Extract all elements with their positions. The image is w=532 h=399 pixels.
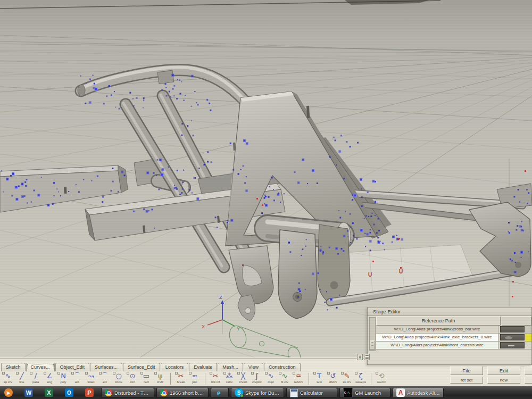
tool-text-button[interactable]: Ttext xyxy=(312,371,326,384)
tool-arc-button[interactable]: ⌒arc xyxy=(98,371,112,384)
tool-para-button[interactable]: ∕para xyxy=(29,371,43,384)
tool-sp-crv-button[interactable]: ∿sp crv xyxy=(1,371,15,384)
del-menu-button[interactable]: Del xyxy=(525,366,532,375)
alias-icon: A xyxy=(396,388,405,397)
circle-icon: ○ xyxy=(112,372,126,380)
reference-path-cell[interactable]: W:\D_Long\Alias projects\4link\4link_axl… xyxy=(376,334,498,341)
viewport-3d[interactable]: Z X Y U U xyxy=(0,0,532,358)
task-skype[interactable]: SSkype for Business xyxy=(231,388,284,398)
stage-row-list: W:\D_Long\Alias projects\4link\cross_bar… xyxy=(376,326,531,350)
del-st-button[interactable]: del st xyxy=(525,377,532,384)
tool-rebcrv-button[interactable]: ♒rebcrv xyxy=(292,371,305,384)
reference-path-cell[interactable]: W:\D_Long\Alias projects\4link\front_cha… xyxy=(376,342,498,349)
tool-lntan-button[interactable]: ↝lntan xyxy=(84,371,98,384)
task-internet-explorer[interactable]: e xyxy=(211,388,229,398)
panel-resize-icon[interactable]: ⇕ xyxy=(357,354,363,360)
shelf-tool-row: ∿sp crv╱line∕para∠angΝpoly⌒arc↝lntan⌒arc… xyxy=(1,371,388,385)
ret-set-button[interactable]: ret set xyxy=(450,377,483,384)
shelf-tab-sketch[interactable]: Sketch xyxy=(1,363,26,371)
stage-row-2[interactable]: W:\D_Long\Alias projects\4link\front_cha… xyxy=(376,342,531,350)
stage-swatch-button[interactable] xyxy=(500,326,525,332)
excel-icon[interactable]: X xyxy=(45,388,53,397)
skype-icon: S xyxy=(235,388,243,397)
tool-circle-button[interactable]: ○circle xyxy=(112,371,126,384)
stage-status-cell[interactable] xyxy=(525,334,531,341)
outlook-icon[interactable]: O xyxy=(65,388,73,397)
y-axis-label: Y xyxy=(237,326,240,331)
windows-taskbar: ▶WXOP Disturbed - The Li...1966 short be… xyxy=(0,386,532,399)
tool-label: ang xyxy=(44,380,55,384)
tool-sk-crv-button[interactable]: ✎sk crv xyxy=(340,371,354,384)
task-chrome-2[interactable]: 1966 short bed cl... xyxy=(156,388,209,398)
tool-xstrv-button[interactable]: ⁂xstrv xyxy=(222,371,236,384)
word-icon[interactable]: W xyxy=(24,388,33,397)
break-icon: ✂ xyxy=(174,372,188,380)
stage-editor-titlebar[interactable]: Stage Editor xyxy=(368,307,531,316)
reference-path-cell[interactable]: W:\D_Long\Alias projects\4link\cross_bar… xyxy=(376,326,498,333)
chrome-icon xyxy=(105,389,112,396)
powerpoint-icon[interactable]: P xyxy=(85,388,94,397)
crvplnr-icon: ʃ xyxy=(250,372,264,380)
stage-editor-body: Reference Path W:\D_Long\Alias projects\… xyxy=(368,316,531,364)
tool-rect-button[interactable]: ▭rect xyxy=(139,371,153,384)
edit-menu-button[interactable]: Edit xyxy=(487,366,520,375)
tool-crvplnr-button[interactable]: ʃcrvplnr xyxy=(250,371,264,384)
task-calculator[interactable]: Calculator xyxy=(286,388,337,398)
shelf-tab-locators[interactable]: Locators xyxy=(161,363,189,371)
stage-row-0[interactable]: W:\D_Long\Alias projects\4link\cross_bar… xyxy=(376,326,531,334)
shelf-tab-construction[interactable]: Construction xyxy=(264,363,301,371)
stage-status-cell[interactable] xyxy=(525,326,531,333)
task-gm-launch[interactable]: C:\_GM Launch xyxy=(339,388,390,398)
tool-label: revcrv xyxy=(376,380,387,384)
tool-arc-button[interactable]: ⌒arc xyxy=(70,371,84,384)
tool-join-button[interactable]: ≈join xyxy=(188,371,202,384)
screen-photo: Z X Y U U Stage Editor Reference Path xyxy=(0,0,532,399)
tool-fit-crv-button[interactable]: ∿fit crv xyxy=(278,371,292,384)
stage-editor-scrollbar[interactable] xyxy=(369,317,376,351)
taskbar-pinned-icons: ▶WXOP xyxy=(0,388,94,397)
swatch-column-header[interactable] xyxy=(502,317,531,326)
shelf-tab-view[interactable]: View xyxy=(244,363,263,371)
reference-path-header[interactable]: Reference Path xyxy=(376,317,501,326)
tool-ang-button[interactable]: ∠ang xyxy=(43,371,56,384)
tool-group-divider xyxy=(371,373,371,385)
tool-revcrv-button[interactable]: ⟲revcrv xyxy=(375,371,388,384)
para-icon: ∕ xyxy=(29,372,43,380)
tool-poly-button[interactable]: Νpoly xyxy=(56,371,70,384)
tool-group-divider xyxy=(309,373,309,385)
tool-line-button[interactable]: ╱line xyxy=(15,371,29,384)
tool-brk-inf-button[interactable]: ✂brk inf xyxy=(209,371,222,384)
tool-crvsct-button[interactable]: ╳crvsct xyxy=(236,371,250,384)
ang-icon: ∠ xyxy=(43,372,56,380)
arc-icon: ⌒ xyxy=(98,372,112,380)
task-alias[interactable]: AAutodesk Alias A... xyxy=(393,388,444,398)
viewport-canvas[interactable]: Z X Y U U xyxy=(0,0,532,358)
tool-crvfil-button[interactable]: ψcrvfil xyxy=(153,371,167,384)
media-player-icon[interactable]: ▶ xyxy=(4,388,13,397)
tool-label: crvsct xyxy=(237,380,249,384)
shelf-tab-mesh[interactable]: Mesh... xyxy=(218,363,243,371)
tool-label: sp crv xyxy=(2,380,14,384)
stage-swatch-button[interactable] xyxy=(500,334,525,340)
crvfil-icon: ψ xyxy=(153,372,167,380)
shelf-tab-curves[interactable]: Curves... xyxy=(26,363,55,371)
panel-list-icon[interactable]: ☰ xyxy=(364,354,370,360)
tool-break-button[interactable]: ✂break xyxy=(174,371,188,384)
stage-swatch-button[interactable] xyxy=(500,342,525,348)
tool-dupl-button[interactable]: ∿dupl xyxy=(264,371,278,384)
new-button[interactable]: new xyxy=(487,377,520,384)
stage-row-1[interactable]: W:\D_Long\Alias projects\4link\4link_axl… xyxy=(376,334,531,342)
file-menu-button[interactable]: File xyxy=(450,366,483,375)
tool-dbcrv-button[interactable]: ↺dbcrv xyxy=(326,371,340,384)
shelf-tab-surfaces[interactable]: Surfaces... xyxy=(90,363,122,371)
task-chrome-1[interactable]: Disturbed - The Li... xyxy=(101,388,154,398)
tool-sweeps-button[interactable]: ζsweeps xyxy=(354,371,368,384)
rect-icon: ▭ xyxy=(139,372,153,380)
shelf-tab-surface-edit[interactable]: Surface_Edit xyxy=(123,363,160,371)
tool-circ-button[interactable]: ⊙circ xyxy=(126,371,139,384)
scrollbar-thumb[interactable] xyxy=(370,340,375,350)
stage-status-cell[interactable] xyxy=(525,342,531,349)
shelf-tab-evaluate[interactable]: Evaluate xyxy=(189,363,217,371)
swatch-mark xyxy=(505,336,512,339)
shelf-tab-object-edit[interactable]: Object_Edit xyxy=(55,363,90,371)
